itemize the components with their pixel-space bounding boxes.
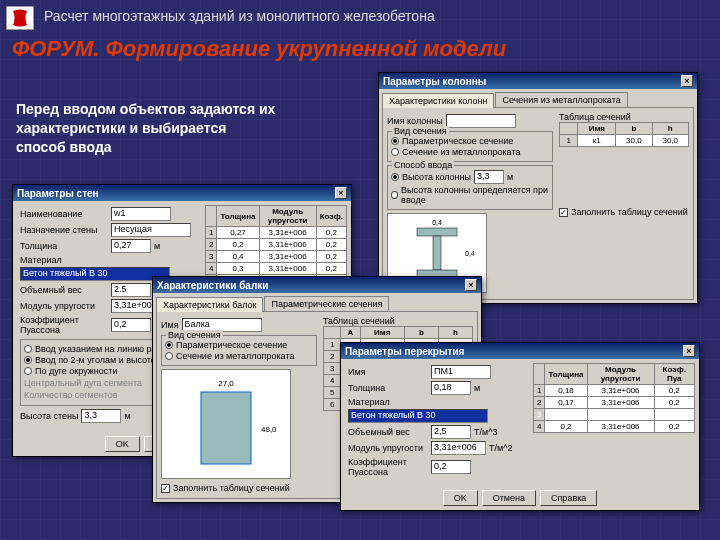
section-table[interactable]: Имяbh 1к130,030,0 <box>559 122 689 147</box>
input-name[interactable]: w1 <box>111 207 171 221</box>
svg-rect-1 <box>417 228 457 236</box>
close-icon[interactable]: × <box>683 345 695 357</box>
select-material[interactable]: Бетон тяжелый B 30 <box>348 409 488 423</box>
select-purpose[interactable]: Несущая <box>111 223 191 237</box>
label-poisson: Коэффициент Пуассона <box>20 315 108 335</box>
cancel-button[interactable]: Отмена <box>482 490 536 506</box>
titlebar[interactable]: Характеристики балки × <box>153 277 481 293</box>
label-wall-height: Высота стены <box>20 411 78 421</box>
radio-parametric[interactable]: Параметрическое сечение <box>391 136 549 146</box>
label-modulus: Модуль упругости <box>20 301 108 311</box>
svg-text:48,0: 48,0 <box>261 425 277 434</box>
radio-auto-height[interactable]: Высота колонны определяется при вводе <box>391 185 549 205</box>
titlebar[interactable]: Параметры колонны × <box>379 73 697 89</box>
table-title: Таблица сечений <box>323 316 473 326</box>
dialog-title: Параметры перекрытия <box>345 346 464 357</box>
tab-characteristics[interactable]: Характеристики колонн <box>382 93 494 108</box>
label-thickness: Толщина <box>20 241 108 251</box>
close-icon[interactable]: × <box>335 187 347 199</box>
label-volweight: Объемный вес <box>20 285 108 295</box>
group-section-title: Вид сечения <box>166 330 223 340</box>
radio-steel[interactable]: Сечение из металлопроката <box>391 147 549 157</box>
main-title: ФОРУМ. Формирование укрупненной модели <box>12 36 506 62</box>
label-poisson: Коэффициент Пуассона <box>348 457 428 477</box>
input-modulus[interactable]: 3,31e+006 <box>431 441 486 455</box>
intro-text: Перед вводом объектов задаются их характ… <box>16 100 276 157</box>
slab-table[interactable]: ТолщинаМодуль упругостиКоэф. Пуа 10,183,… <box>533 363 695 433</box>
close-icon[interactable]: × <box>465 279 477 291</box>
label-name: Наименование <box>20 209 108 219</box>
ok-button[interactable]: OK <box>443 490 478 506</box>
dialog-title: Характеристики балки <box>157 280 268 291</box>
radio-height[interactable]: Высота колонны 3,3 м <box>391 170 549 184</box>
dialog-slab-params: Параметры перекрытия × ИмяПМ1 Толщина0,1… <box>340 342 700 511</box>
input-volweight[interactable]: 2.5 <box>111 283 151 297</box>
help-button[interactable]: Справка <box>540 490 597 506</box>
dialog-title: Параметры стен <box>17 188 99 199</box>
group-section-title: Вид сечения <box>392 126 449 136</box>
label-name: Имя <box>161 320 179 330</box>
close-icon[interactable]: × <box>681 75 693 87</box>
label-material: Материал <box>348 397 428 407</box>
label-name: Имя <box>348 367 428 377</box>
label-modulus: Модуль упругости <box>348 443 428 453</box>
label-material: Материал <box>20 255 108 265</box>
chk-fill-table[interactable]: ✓Заполнить таблицу сечений <box>161 483 317 493</box>
dialog-column-params: Параметры колонны × Характеристики колон… <box>378 72 698 304</box>
tab-beam-param[interactable]: Параметрические сечения <box>264 296 389 311</box>
chk-fill-table[interactable]: ✓Заполнить таблицу сечений <box>559 207 689 217</box>
label-volweight: Объемный вес <box>348 427 428 437</box>
input-slab-name[interactable]: ПМ1 <box>431 365 491 379</box>
app-logo <box>6 6 34 30</box>
radio-steel[interactable]: Сечение из металлопроката <box>165 351 313 361</box>
section-preview: 27,0 48,0 <box>161 369 291 479</box>
group-input-title: Способ ввода <box>392 160 454 170</box>
svg-text:0,4: 0,4 <box>465 250 475 257</box>
input-column-name[interactable] <box>446 114 516 128</box>
tab-steel-sections[interactable]: Сечения из металлопроката <box>495 92 627 107</box>
ok-button[interactable]: OK <box>105 436 140 452</box>
svg-rect-6 <box>201 392 251 464</box>
table-title: Таблица сечений <box>559 112 689 122</box>
input-height[interactable]: 3,3 <box>474 170 504 184</box>
label-name: Имя колонны <box>387 116 443 126</box>
svg-rect-2 <box>433 236 441 270</box>
titlebar[interactable]: Параметры стен × <box>13 185 351 201</box>
label-thickness: Толщина <box>348 383 428 393</box>
svg-text:0,4: 0,4 <box>432 219 442 226</box>
tab-beam-char[interactable]: Характеристики балок <box>156 297 263 312</box>
svg-text:27,0: 27,0 <box>218 379 234 388</box>
titlebar[interactable]: Параметры перекрытия × <box>341 343 699 359</box>
select-material[interactable]: Бетон тяжелый B 30 <box>20 267 170 281</box>
input-poisson[interactable]: 0,2 <box>431 460 471 474</box>
input-volweight[interactable]: 2,5 <box>431 425 471 439</box>
input-thickness[interactable]: 0,27 <box>111 239 151 253</box>
label-purpose: Назначение стены <box>20 225 108 235</box>
input-wall-height[interactable]: 3,3 <box>81 409 121 423</box>
input-poisson[interactable]: 0,2 <box>111 318 151 332</box>
input-thickness[interactable]: 0,18 <box>431 381 471 395</box>
dialog-title: Параметры колонны <box>383 76 486 87</box>
radio-parametric[interactable]: Параметрическое сечение <box>165 340 313 350</box>
top-title: Расчет многоэтажных зданий из монолитног… <box>44 8 435 24</box>
